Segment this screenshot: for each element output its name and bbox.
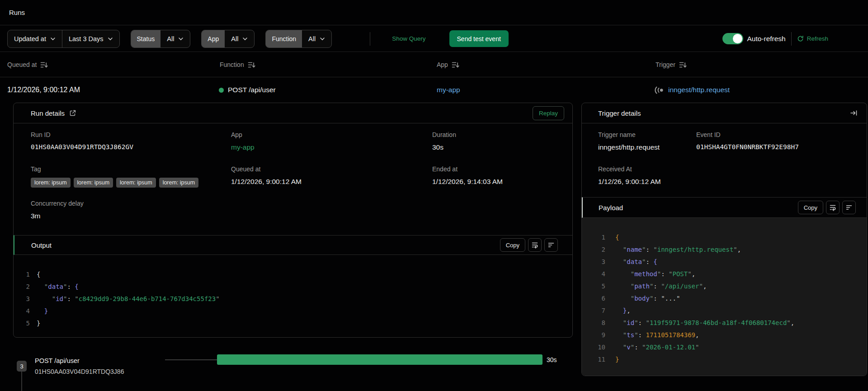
- tag-badge: lorem: ipsum: [159, 178, 199, 188]
- run-details-title: Run details: [31, 109, 65, 117]
- output-actions: Copy: [500, 238, 558, 252]
- external-link-icon[interactable]: [69, 109, 76, 117]
- column-header-function[interactable]: Function: [220, 61, 255, 68]
- field-concurrency-delay: Concurrency delay 3m: [31, 200, 84, 220]
- code-line: 5}: [24, 317, 572, 330]
- chevron-down-icon: [320, 37, 325, 41]
- wrap-text-button[interactable]: [826, 201, 840, 214]
- refresh-divider: [791, 32, 792, 46]
- column-header-app[interactable]: App: [437, 61, 459, 68]
- run-table-row[interactable]: 1/12/2026, 9:00:12 AM POST /api/user my-…: [0, 78, 868, 102]
- step-count-badge[interactable]: 3: [17, 361, 27, 372]
- function-filter-label: Function: [266, 30, 302, 47]
- run-details-header: Run details Replay: [14, 103, 572, 123]
- code-line: 3 "data": {: [594, 256, 867, 268]
- chevron-down-icon: [178, 37, 184, 41]
- runs-table-header: Queued at Function App Trigger: [0, 52, 868, 77]
- refresh-icon: [797, 35, 804, 42]
- wrap-text-icon: [531, 241, 538, 249]
- copy-payload-button[interactable]: Copy: [798, 201, 823, 214]
- chevron-down-icon: [108, 37, 113, 41]
- app-filter-dropdown[interactable]: All: [225, 30, 254, 47]
- code-line: 9 "ts": 1711051784369,: [594, 329, 867, 341]
- app-filter-label: App: [202, 30, 225, 47]
- timeline-connector-horizontal: [165, 359, 217, 360]
- run-id-value: 01HS0AA03V04D91RTDQ3J862GV: [31, 143, 133, 151]
- status-filter-dropdown[interactable]: All: [160, 30, 190, 47]
- status-filter-value: All: [167, 35, 174, 42]
- filter-divider: [370, 32, 370, 46]
- show-query-button[interactable]: Show Query: [392, 35, 425, 42]
- auto-refresh-toggle[interactable]: [722, 33, 743, 44]
- auto-refresh-label: Auto-refresh: [747, 35, 785, 43]
- time-field-value: Updated at: [14, 35, 46, 42]
- trigger-details-title: Trigger details: [598, 109, 641, 117]
- code-line: 2 "data": {: [24, 281, 572, 293]
- bars-arrow-down-icon: [40, 61, 48, 68]
- timeline-duration-bar[interactable]: [217, 354, 542, 365]
- time-field-dropdown[interactable]: Updated at: [8, 30, 62, 47]
- code-line: 5 "path": "/api/user",: [594, 280, 867, 292]
- tag-badge: lorem: ipsum: [116, 178, 156, 188]
- refresh-button[interactable]: Refresh: [797, 35, 828, 42]
- date-range-dropdown[interactable]: Last 3 Days: [62, 30, 119, 47]
- function-filter-value: All: [308, 35, 316, 42]
- bars-arrow-down-icon: [248, 61, 255, 68]
- timeline-duration-label: 30s: [547, 356, 557, 363]
- align-left-lines-icon: [547, 241, 555, 249]
- code-line: 10 "v": "2026-01-12.01": [594, 341, 867, 353]
- output-title: Output: [31, 241, 52, 249]
- copy-output-button[interactable]: Copy: [500, 238, 525, 252]
- column-header-queued-at[interactable]: Queued at: [7, 61, 48, 68]
- row-function: POST /api/user: [219, 86, 276, 94]
- filter-bar: Updated at Last 3 Days Status All App Al…: [0, 26, 868, 52]
- app-filter-group: App All: [201, 30, 255, 48]
- timeline-connector-vertical: [21, 372, 22, 391]
- format-lines-button[interactable]: [842, 201, 856, 214]
- field-tag: Tag lorem: ipsumlorem: ipsumlorem: ipsum…: [31, 165, 198, 188]
- status-filter-label: Status: [131, 30, 161, 47]
- format-lines-button[interactable]: [544, 238, 558, 252]
- collapse-panel-button[interactable]: [850, 109, 858, 117]
- wrap-text-button[interactable]: [528, 238, 542, 252]
- field-run-id: Run ID 01HS0AA03V04D91RTDQ3J862GV: [31, 131, 133, 151]
- replay-button[interactable]: Replay: [533, 106, 564, 120]
- align-left-lines-icon: [845, 204, 853, 211]
- send-test-event-button[interactable]: Send test event: [449, 30, 509, 47]
- code-line: 7 },: [594, 305, 867, 317]
- chevron-down-icon: [242, 37, 248, 41]
- output-section-header: Output Copy: [14, 235, 572, 255]
- code-line: 2 "name": "inngest/http.request",: [594, 244, 867, 256]
- run-details-panel: Run details Replay Run ID 01HS0AA03V04D9…: [13, 103, 573, 338]
- tag-badge: lorem: ipsum: [74, 178, 113, 188]
- code-line: 3 "id": "c8429dd9-29b8-44e6-b714-767d34c…: [24, 293, 572, 305]
- row-trigger-link[interactable]: inngest/http.request: [654, 86, 730, 94]
- event-id-value: 01HSHA4GT0FN0NRBKTF92E98H7: [696, 143, 799, 151]
- page-title: Runs: [9, 9, 25, 16]
- webhook-signal-icon: [654, 86, 664, 94]
- runs-page: Runs Updated at Last 3 Days Status All A…: [0, 0, 868, 391]
- function-filter-group: Function All: [265, 30, 332, 48]
- row-queued-at: 1/12/2026, 9:00:12 AM: [7, 86, 80, 94]
- app-filter-value: All: [231, 35, 238, 42]
- field-event-id: Event ID 01HSHA4GT0FN0NRBKTF92E98H7: [696, 131, 799, 151]
- chevron-down-icon: [50, 37, 56, 41]
- refresh-label: Refresh: [807, 35, 828, 42]
- payload-code-block: 1{2 "name": "inngest/http.request",3 "da…: [582, 218, 867, 376]
- code-line: 4 "method": "POST",: [594, 268, 867, 280]
- app-link[interactable]: my-app: [231, 143, 255, 151]
- row-app-link[interactable]: my-app: [437, 86, 460, 94]
- function-filter-dropdown[interactable]: All: [302, 30, 331, 47]
- time-filter-group: Updated at Last 3 Days: [7, 30, 120, 48]
- trigger-details-header: Trigger details: [582, 103, 867, 123]
- date-range-value: Last 3 Days: [69, 35, 104, 42]
- code-line: 8 "id": "119f5971-9878-46bd-a18f-4f06801…: [594, 317, 867, 329]
- payload-section-header: Payload Copy: [582, 197, 867, 218]
- tag-list: lorem: ipsumlorem: ipsumlorem: ipsumlore…: [31, 178, 198, 188]
- trigger-details-panel: Trigger details Trigger name inngest/htt…: [581, 103, 867, 376]
- output-code-block: 1{2 "data": {3 "id": "c8429dd9-29b8-44e6…: [14, 255, 572, 337]
- code-line: 4 }: [24, 305, 572, 317]
- tag-badge: lorem: ipsum: [31, 178, 71, 188]
- wrap-text-icon: [829, 204, 836, 211]
- column-header-trigger[interactable]: Trigger: [656, 61, 687, 68]
